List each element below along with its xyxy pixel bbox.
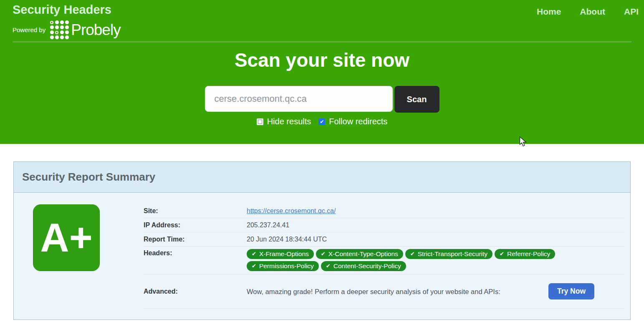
report-area: Security Report Summary A+ Site: https:/… [0,144,644,320]
site-title: Security Headers [13,3,121,17]
table-row-site: Site: https://cerse.crosemont.qc.ca/ [144,204,624,218]
follow-redirects-checkbox[interactable]: ✔ [318,118,325,125]
report-time-label: Report Time: [144,235,247,244]
hide-results-option[interactable]: Hide results [257,117,311,126]
main-nav: Home About API [537,3,639,17]
table-row-advanced: Advanced: Wow, amazing grade! Perform a … [144,274,624,309]
header-pill-label: Content-Security-Policy [333,262,401,269]
panel-body: A+ Site: https://cerse.crosemont.qc.ca/ … [14,193,630,319]
check-icon: ✔ [410,251,415,257]
panel-heading: Security Report Summary [14,162,630,193]
table-row-report-time: Report Time: 20 Jun 2024 18:34:44 UTC [144,232,624,247]
report-table: Site: https://cerse.crosemont.qc.ca/ IP … [144,204,624,309]
scan-options: Hide results ✔ Follow redirects [0,117,644,126]
follow-redirects-option[interactable]: ✔ Follow redirects [318,117,387,126]
security-report-panel: Security Report Summary A+ Site: https:/… [13,161,631,320]
powered-by-label: Powered by [13,26,45,33]
advanced-text: Wow, amazing grade! Perform a deeper sec… [247,287,500,296]
green-hero-section: Security Headers Powered by Probely Home… [0,0,644,144]
checkbox-check-icon: ✔ [320,119,324,124]
header-pill-label: Strict-Transport-Security [418,250,487,257]
scan-button[interactable]: Scan [394,86,439,113]
header-pill: ✔X-Frame-Options [247,249,314,259]
check-icon: ✔ [252,263,256,269]
header-pill-label: Permissions-Policy [259,262,314,269]
check-icon: ✔ [500,251,504,257]
header-pill: ✔Content-Security-Policy [321,261,406,271]
nav-link-about[interactable]: About [580,7,605,17]
hide-results-label: Hide results [267,117,311,126]
report-time-value: 20 Jun 2024 18:34:44 UTC [247,235,624,244]
check-icon: ✔ [321,251,326,257]
powered-by-block[interactable]: Powered by Probely [13,20,121,40]
scan-form: Scan [0,86,644,113]
header-pill: ✔Referrer-Policy [495,249,555,259]
header-pill-label: X-Frame-Options [259,250,309,257]
probely-dots-icon [49,20,69,40]
follow-redirects-label: Follow redirects [329,117,387,126]
ip-label: IP Address: [144,221,247,229]
probely-logo-text: Probely [71,22,120,38]
header-divider [13,42,631,42]
grade-badge: A+ [33,204,100,271]
site-link[interactable]: https://cerse.crosemont.qc.ca/ [247,207,336,214]
headers-label: Headers: [144,249,247,273]
header-pill: ✔X-Content-Type-Options [316,249,403,259]
table-row-ip: IP Address: 205.237.24.41 [144,218,624,232]
advanced-label: Advanced: [144,287,247,296]
ip-value: 205.237.24.41 [247,221,624,229]
header-pill-label: Referrer-Policy [507,250,550,257]
site-value: https://cerse.crosemont.qc.ca/ [247,207,624,215]
top-bar: Security Headers Powered by Probely Home… [0,0,644,42]
advanced-value: Wow, amazing grade! Perform a deeper sec… [247,283,624,299]
header-pills: ✔X-Frame-Options✔X-Content-Type-Options✔… [247,249,624,273]
try-now-button[interactable]: Try Now [548,283,594,299]
site-label: Site: [144,207,247,215]
scan-hero: Scan your site now Scan Hide results ✔ F… [0,49,644,126]
check-icon: ✔ [252,251,256,257]
hero-title: Scan your site now [0,49,644,71]
nav-link-api[interactable]: API [624,7,639,17]
nav-link-home[interactable]: Home [537,7,561,17]
scan-url-input[interactable] [205,86,393,112]
header-pill: ✔Permissions-Policy [247,261,319,271]
table-row-headers: Headers: ✔X-Frame-Options✔X-Content-Type… [144,247,624,274]
brand-block: Security Headers Powered by Probely [13,3,121,40]
hide-results-checkbox[interactable] [257,118,263,125]
header-pill: ✔Strict-Transport-Security [405,249,492,259]
check-icon: ✔ [326,263,331,269]
header-pill-label: X-Content-Type-Options [328,250,398,257]
